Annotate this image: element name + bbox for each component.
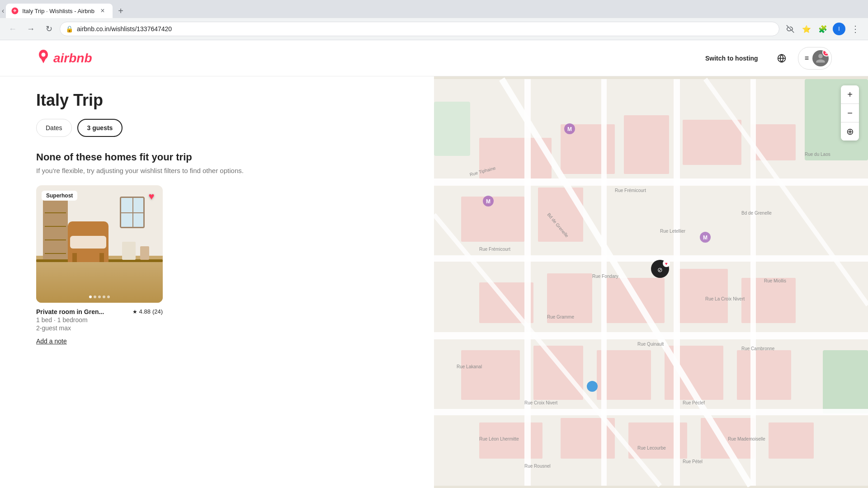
- tab-bar: ‹ ✈ Italy Trip · Wishlists - Airbnb × +: [0, 0, 868, 18]
- hamburger-icon: ≡: [805, 54, 809, 62]
- card-image-wrapper: Superhost ♥: [36, 185, 163, 303]
- svg-point-72: [587, 381, 598, 392]
- profile-menu-icon[interactable]: I: [832, 22, 846, 36]
- svg-text:Rue Cambronne: Rue Cambronne: [741, 346, 775, 351]
- tab-close-button[interactable]: ×: [98, 6, 107, 15]
- dot-2[interactable]: [94, 296, 96, 298]
- dot-1[interactable]: [89, 296, 92, 298]
- page-title: Italy Trip: [36, 91, 398, 110]
- guests-filter-button[interactable]: 3 guests: [77, 119, 123, 137]
- browser-chrome: ‹ ✈ Italy Trip · Wishlists - Airbnb × + …: [0, 0, 868, 40]
- no-fit-description: If you're flexible, try adjusting your w…: [36, 167, 398, 174]
- left-panel: Italy Trip Dates 3 guests None of these …: [0, 76, 434, 488]
- room-pillow: [70, 236, 106, 249]
- active-tab[interactable]: ✈ Italy Trip · Wishlists - Airbnb ×: [6, 4, 113, 18]
- main-content: Italy Trip Dates 3 guests None of these …: [0, 76, 868, 488]
- svg-rect-37: [434, 178, 868, 186]
- site-header: airbnb Switch to hosting ≡ 2: [0, 40, 868, 76]
- svg-text:⊘: ⊘: [657, 266, 663, 273]
- superhost-badge: Superhost: [42, 191, 77, 201]
- forward-button[interactable]: →: [24, 22, 38, 36]
- star-icon: ★: [132, 309, 137, 315]
- room-window: [120, 197, 145, 228]
- desk-item: [122, 242, 136, 260]
- more-options-icon[interactable]: ⋮: [848, 22, 863, 36]
- logo[interactable]: airbnb: [36, 49, 92, 67]
- zoom-out-button[interactable]: −: [841, 104, 859, 122]
- svg-text:Rue Fondary: Rue Fondary: [592, 274, 618, 279]
- browser-actions: ⭐ 🧩 I ⋮: [783, 22, 863, 36]
- language-selector-button[interactable]: [773, 49, 791, 67]
- svg-text:Rue Lecourbe: Rue Lecourbe: [637, 446, 666, 450]
- map-panel: M M M: [434, 76, 868, 488]
- svg-text:Rue du Laos: Rue du Laos: [805, 152, 830, 157]
- zoom-in-button[interactable]: +: [841, 85, 859, 103]
- tab-favicon: ✈: [11, 7, 19, 14]
- tab-scroll-left[interactable]: ‹: [0, 5, 6, 17]
- logo-icon: [36, 49, 51, 67]
- svg-rect-25: [737, 350, 791, 400]
- svg-text:Bd de Grenelle: Bd de Grenelle: [741, 211, 772, 216]
- address-bar[interactable]: 🔒 airbnb.co.in/wishlists/1337647420: [60, 22, 779, 36]
- svg-text:Rue Letellier: Rue Letellier: [660, 229, 686, 234]
- back-button[interactable]: ←: [5, 22, 20, 36]
- svg-text:Rue Frémicourt: Rue Frémicourt: [479, 247, 510, 252]
- svg-rect-30: [769, 422, 814, 459]
- dates-filter-button[interactable]: Dates: [36, 119, 72, 137]
- camera-icon[interactable]: [783, 22, 797, 36]
- dot-3[interactable]: [98, 296, 101, 298]
- security-lock-icon: 🔒: [66, 25, 73, 33]
- svg-rect-12: [683, 120, 741, 165]
- svg-text:Rue Quinault: Rue Quinault: [637, 342, 664, 347]
- add-note-link[interactable]: Add a note: [36, 338, 67, 345]
- page: airbnb Switch to hosting ≡ 2 Italy Trip …: [0, 40, 868, 488]
- favorite-button[interactable]: ♥: [145, 190, 158, 203]
- property-card[interactable]: Superhost ♥ Private room: [36, 185, 163, 351]
- bookmark-icon[interactable]: ⭐: [799, 22, 814, 36]
- svg-rect-43: [674, 79, 680, 486]
- svg-rect-11: [624, 115, 669, 174]
- card-image-dots: [89, 296, 110, 298]
- svg-text:Rue Léon Lhermitte: Rue Léon Lhermitte: [479, 436, 519, 441]
- heart-icon: ♥: [148, 191, 154, 202]
- new-tab-button[interactable]: +: [114, 5, 127, 17]
- svg-text:Rue Frémicourt: Rue Frémicourt: [615, 188, 646, 193]
- reload-button[interactable]: ↻: [42, 22, 56, 36]
- svg-text:Rue Rousnel: Rue Rousnel: [524, 464, 551, 469]
- header-right: Switch to hosting ≡ 2: [698, 47, 832, 70]
- no-fit-heading: None of these homes fit your trip: [36, 151, 398, 163]
- dot-5[interactable]: [107, 296, 110, 298]
- svg-rect-38: [434, 255, 868, 262]
- desk-item2: [140, 246, 149, 260]
- tab-title: Italy Trip · Wishlists - Airbnb: [22, 8, 94, 14]
- svg-text:✈: ✈: [13, 9, 17, 13]
- svg-rect-21: [461, 350, 520, 400]
- room-shelf: [43, 199, 68, 267]
- svg-text:Rue La Croix Nivert: Rue La Croix Nivert: [705, 296, 745, 301]
- svg-rect-19: [678, 269, 728, 323]
- svg-rect-7: [823, 350, 868, 413]
- notification-badge: 2: [822, 50, 829, 56]
- svg-rect-42: [601, 79, 607, 486]
- expand-map-button[interactable]: ⊕: [841, 122, 859, 141]
- svg-rect-40: [434, 409, 868, 415]
- dot-4[interactable]: [103, 296, 105, 298]
- map-controls: + − ⊕: [841, 85, 859, 141]
- svg-text:M: M: [703, 235, 708, 241]
- property-image: [36, 185, 163, 303]
- svg-rect-8: [434, 102, 470, 156]
- switch-to-hosting-button[interactable]: Switch to hosting: [698, 49, 765, 67]
- map-svg: M M M: [434, 76, 868, 488]
- card-title-row: Private room in Gren... ★ 4.88 (24): [36, 308, 163, 315]
- user-menu-button[interactable]: ≡ 2: [798, 47, 832, 70]
- svg-rect-41: [524, 79, 531, 486]
- svg-rect-20: [741, 278, 796, 323]
- card-info: Private room in Gren... ★ 4.88 (24) 1 be…: [36, 303, 163, 351]
- extensions-icon[interactable]: 🧩: [816, 22, 830, 36]
- card-title: Private room in Gren...: [36, 308, 104, 315]
- card-guest-max: 2-guest max: [36, 324, 163, 332]
- svg-text:Rue Pétel: Rue Pétel: [683, 459, 703, 464]
- svg-text:Rue Miollis: Rue Miollis: [764, 278, 786, 283]
- svg-text:M: M: [486, 198, 491, 205]
- review-count: (24): [152, 308, 163, 315]
